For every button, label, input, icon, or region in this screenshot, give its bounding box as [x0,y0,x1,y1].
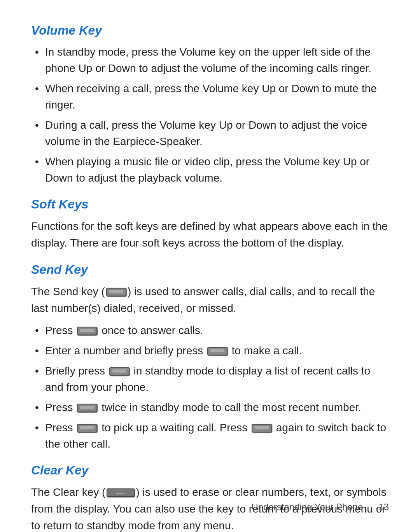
soft-keys-body: Functions for the soft keys are defined … [31,218,389,252]
volume-key-section: Volume Key In standby mode, press the Vo… [31,23,389,186]
send-key-icon [109,367,130,376]
send-key-bullets: Press once to answer calls. Enter a numb… [31,322,389,452]
soft-keys-section: Soft Keys Functions for the soft keys ar… [31,197,389,252]
list-item: Press once to answer calls. [31,322,389,339]
send-key-section: Send Key The Send key () is used to answ… [31,262,389,452]
page-footer: Understanding Your Phone 13 [251,502,389,513]
send-key-title: Send Key [31,262,389,277]
list-item: Briefly press in standby mode to display… [31,363,389,396]
send-key-icon [207,347,228,355]
volume-key-title: Volume Key [31,23,389,38]
list-item: When playing a music file or video clip,… [31,154,389,186]
send-key-icon [77,404,97,412]
send-key-icon [106,288,126,296]
list-item: Enter a number and briefly press to make… [31,343,389,359]
list-item: Press twice in standby mode to call the … [31,399,389,416]
clear-key-icon [107,488,135,497]
clear-key-title: Clear Key [31,463,389,478]
soft-keys-title: Soft Keys [31,197,389,212]
send-key-icon [252,424,272,432]
page-number: 13 [378,502,389,513]
list-item: During a call, press the Volume key Up o… [31,117,389,150]
list-item: In standby mode, press the Volume key on… [31,44,389,77]
list-item: When receiving a call, press the Volume … [31,80,389,113]
clear-key-section: Clear Key The Clear key () is used to er… [31,463,389,532]
send-key-icon [77,424,97,432]
footer-text: Understanding Your Phone [251,502,363,513]
list-item: Press to pick up a waiting call. Press a… [31,420,389,452]
send-key-icon [77,327,97,335]
volume-key-bullets: In standby mode, press the Volume key on… [31,44,389,186]
send-key-intro: The Send key () is used to answer calls,… [31,283,389,317]
